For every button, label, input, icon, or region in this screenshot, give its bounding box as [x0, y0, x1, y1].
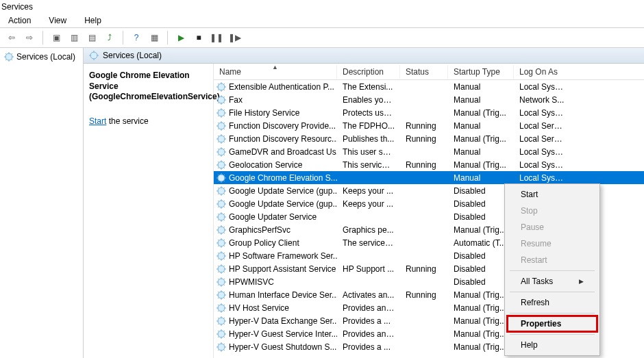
service-status: Running [400, 121, 448, 131]
properties-button[interactable]: ▦ [147, 30, 162, 45]
ctx-properties[interactable]: Properties [507, 316, 597, 332]
service-startup-type: Manual (Trig... [448, 108, 514, 118]
service-name: Hyper-V Data Exchange Ser... [229, 316, 337, 326]
ctx-stop: Stop [507, 203, 597, 219]
service-name: HP Software Framework Ser... [229, 251, 337, 261]
column-name[interactable]: ▲ Name [214, 65, 337, 79]
restart-service-button[interactable]: ❚▶ [227, 30, 242, 45]
gear-icon [216, 134, 226, 144]
service-log-on-as: Local Syste... [514, 82, 570, 92]
group-header: Services (Local) [84, 48, 644, 64]
nav-services-local-label: Services (Local) [16, 52, 75, 62]
column-name-label: Name [219, 67, 241, 77]
svg-point-1 [90, 52, 97, 59]
gear-icon [216, 173, 226, 183]
gear-icon [216, 277, 226, 287]
service-row[interactable]: Extensible Authentication P...The Extens… [214, 80, 644, 93]
help-button[interactable]: ? [129, 30, 144, 45]
hide-tree-button[interactable]: ▣ [49, 30, 64, 45]
gear-icon [216, 342, 226, 352]
export-button[interactable]: ⤴ [102, 30, 117, 45]
details-button[interactable]: ▥ [66, 30, 82, 45]
service-name: GameDVR and Broadcast Us... [229, 147, 337, 157]
service-row[interactable]: File History ServiceProtects use...Manua… [214, 106, 644, 119]
gear-icon [4, 52, 14, 62]
service-row[interactable]: Function Discovery Provide...The FDPHO..… [214, 119, 644, 132]
service-name: Hyper-V Guest Service Inter... [229, 329, 337, 339]
start-link-suffix: the service [106, 116, 148, 126]
service-log-on-as: Local Syste... [514, 108, 570, 118]
service-description: Keeps your ... [337, 186, 400, 196]
service-name: HP Support Assistant Service [229, 264, 336, 274]
forward-button[interactable]: ⇨ [22, 30, 37, 45]
service-startup-type: Manual [448, 95, 514, 105]
gear-icon [89, 51, 99, 60]
service-name: Geolocation Service [229, 160, 302, 170]
ctx-pause: Pause [507, 219, 597, 235]
service-description: Enables you... [337, 95, 400, 105]
detail-pane: Google Chrome Elevation Service (GoogleC… [84, 64, 214, 358]
service-name: Group Policy Client [229, 238, 299, 248]
gear-icon [216, 212, 226, 222]
service-description: Provides a ... [337, 342, 400, 352]
service-status: Running [400, 134, 448, 144]
service-log-on-as: Network S... [514, 95, 570, 105]
nav-services-local[interactable]: Services (Local) [4, 51, 79, 63]
ctx-resume: Resume [507, 235, 597, 252]
column-description[interactable]: Description [337, 65, 400, 79]
ctx-refresh[interactable]: Refresh [507, 294, 597, 311]
service-name: GraphicsPerfSvc [229, 225, 290, 235]
service-description: Provides an ... [337, 329, 400, 339]
start-service-button[interactable]: ▶ [173, 30, 188, 45]
separator [510, 270, 595, 271]
gear-icon [216, 95, 226, 105]
menu-action[interactable]: Action [4, 14, 35, 27]
service-startup-type: Manual (Trig... [448, 134, 514, 144]
ctx-start[interactable]: Start [507, 186, 597, 203]
service-description: Provides an ... [337, 303, 400, 313]
list-button[interactable]: ▤ [84, 30, 99, 45]
service-name: HV Host Service [229, 303, 289, 313]
service-row[interactable]: Google Chrome Elevation S...ManualLocal … [214, 171, 644, 184]
service-startup-type: Manual [448, 82, 514, 92]
start-link[interactable]: Start [89, 116, 106, 126]
sort-asc-icon: ▲ [272, 65, 278, 71]
service-row[interactable]: FaxEnables you...ManualNetwork S... [214, 93, 644, 106]
service-row[interactable]: Function Discovery Resourc...Publishes t… [214, 132, 644, 145]
service-description: Keeps your ... [337, 199, 400, 209]
service-name: Google Update Service (gup... [229, 199, 337, 209]
ctx-help[interactable]: Help [507, 337, 597, 353]
service-name: Function Discovery Resourc... [229, 134, 337, 144]
separator [42, 31, 43, 44]
separator [123, 31, 123, 44]
service-name: File History Service [229, 108, 299, 118]
column-startup-type[interactable]: Startup Type [448, 65, 514, 79]
service-description: Publishes th... [337, 134, 400, 144]
service-row[interactable]: Geolocation ServiceThis service ...Runni… [214, 158, 644, 171]
service-row[interactable]: GameDVR and Broadcast Us...This user ser… [214, 145, 644, 158]
separator [510, 313, 595, 314]
service-description: Provides a ... [337, 316, 400, 326]
menu-help[interactable]: Help [80, 14, 106, 27]
ctx-all-tasks[interactable]: All Tasks ▶ [507, 273, 597, 290]
menu-view[interactable]: View [45, 14, 71, 27]
gear-icon [216, 225, 226, 235]
context-menu: Start Stop Pause Resume Restart All Task… [504, 183, 600, 356]
service-description: Graphics pe... [337, 225, 400, 235]
column-status[interactable]: Status [400, 65, 448, 79]
pause-service-button[interactable]: ❚❚ [209, 30, 224, 45]
column-log-on-as[interactable]: Log On As [514, 65, 570, 79]
service-description: The Extensi... [337, 82, 400, 92]
service-description: HP Support ... [337, 264, 400, 274]
gear-icon [216, 199, 226, 209]
window-title: Services [0, 0, 644, 14]
gear-icon [216, 316, 226, 326]
stop-service-button[interactable]: ■ [191, 30, 206, 45]
service-name: Fax [229, 95, 243, 105]
gear-icon [216, 303, 226, 313]
service-log-on-as: Local Service [514, 121, 570, 131]
ctx-all-tasks-label: All Tasks [521, 277, 553, 286]
column-headers: ▲ Name Description Status Startup Type L… [214, 64, 644, 80]
back-button[interactable]: ⇦ [4, 30, 19, 45]
service-description: The service i... [337, 238, 400, 248]
